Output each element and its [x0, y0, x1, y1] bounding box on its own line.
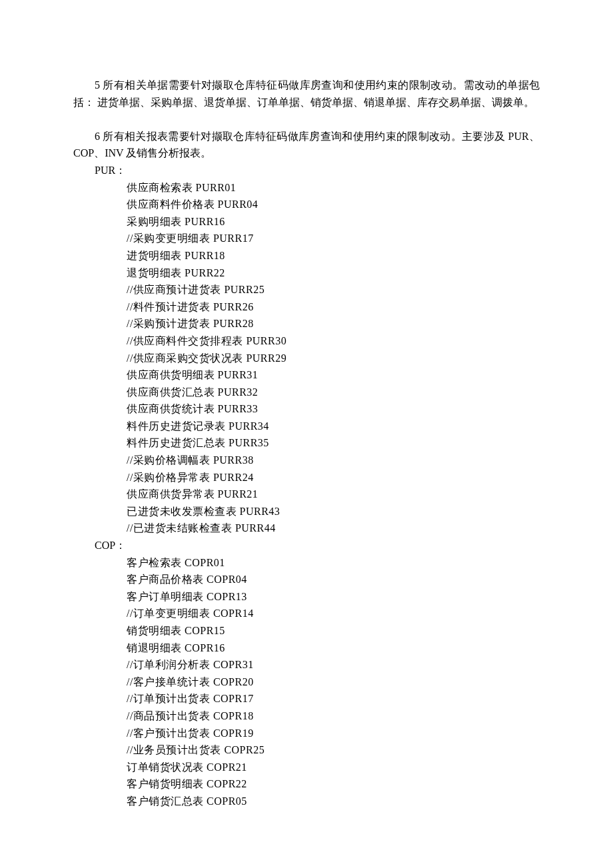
pur-item: 已进货未收发票检查表 PURR43	[127, 503, 540, 520]
pur-item: 供应商检索表 PURR01	[127, 179, 540, 197]
cop-heading: COP：	[73, 537, 540, 554]
pur-item: 供应商料件价格表 PURR04	[127, 196, 540, 213]
pur-item: 料件历史进货汇总表 PURR35	[127, 434, 540, 452]
cop-item: //业务员预计出货表 COPR25	[127, 741, 540, 759]
pur-item: 供应商供货明细表 PURR31	[127, 366, 540, 384]
pur-item: 供应商供货统计表 PURR33	[127, 400, 540, 418]
cop-item: //客户接单统计表 COPR20	[127, 673, 540, 691]
pur-item: 供应商供货异常表 PURR21	[127, 486, 540, 503]
paragraph-5: 5 所有相关单据需要针对撷取仓库特征码做库房查询和使用约束的限制改动。需改动的单…	[73, 77, 540, 111]
cop-list: 客户检索表 COPR01 客户商品价格表 COPR04 客户订单明细表 COPR…	[73, 554, 540, 810]
cop-item: 客户检索表 COPR01	[127, 554, 540, 572]
pur-heading: PUR：	[73, 162, 540, 179]
cop-item: //订单利润分析表 COPR31	[127, 656, 540, 673]
pur-item: //料件预计进货表 PURR26	[127, 298, 540, 316]
pur-item: //采购变更明细表 PURR17	[127, 230, 540, 247]
section-gap	[73, 111, 540, 128]
pur-item: 料件历史进货记录表 PURR34	[127, 418, 540, 435]
pur-item: 采购明细表 PURR16	[127, 213, 540, 230]
pur-list: 供应商检索表 PURR01 供应商料件价格表 PURR04 采购明细表 PURR…	[73, 179, 540, 537]
pur-item: //采购价格调幅表 PURR38	[127, 452, 540, 469]
cop-item: //客户预计出货表 COPR19	[127, 725, 540, 742]
pur-item: //采购预计进货表 PURR28	[127, 315, 540, 332]
pur-item: 进货明细表 PURR18	[127, 247, 540, 264]
cop-item: 销货明细表 COPR15	[127, 622, 540, 640]
pur-item: //已进货未结账检查表 PURR44	[127, 520, 540, 537]
cop-item: 订单销货状况表 COPR21	[127, 759, 540, 776]
cop-item: 客户销货汇总表 COPR05	[127, 793, 540, 810]
cop-item: 客户订单明细表 COPR13	[127, 588, 540, 606]
cop-item: //商品预计出货表 COPR18	[127, 707, 540, 725]
pur-item: //供应商预计进货表 PURR25	[127, 281, 540, 298]
cop-item: 销退明细表 COPR16	[127, 640, 540, 657]
paragraph-6: 6 所有相关报表需要针对撷取仓库特征码做库房查询和使用约束的限制改动。主要涉及 …	[73, 128, 540, 162]
cop-item: //订单变更明细表 COPR14	[127, 605, 540, 622]
pur-item: 供应商供货汇总表 PURR32	[127, 384, 540, 401]
cop-item: //订单预计出货表 COPR17	[127, 690, 540, 707]
cop-item: 客户销货明细表 COPR22	[127, 775, 540, 793]
pur-item: 退货明细表 PURR22	[127, 264, 540, 282]
pur-item: //供应商采购交货状况表 PURR29	[127, 350, 540, 367]
pur-item: //供应商料件交货排程表 PURR30	[127, 332, 540, 350]
cop-item: 客户商品价格表 COPR04	[127, 571, 540, 588]
pur-item: //采购价格异常表 PURR24	[127, 469, 540, 486]
